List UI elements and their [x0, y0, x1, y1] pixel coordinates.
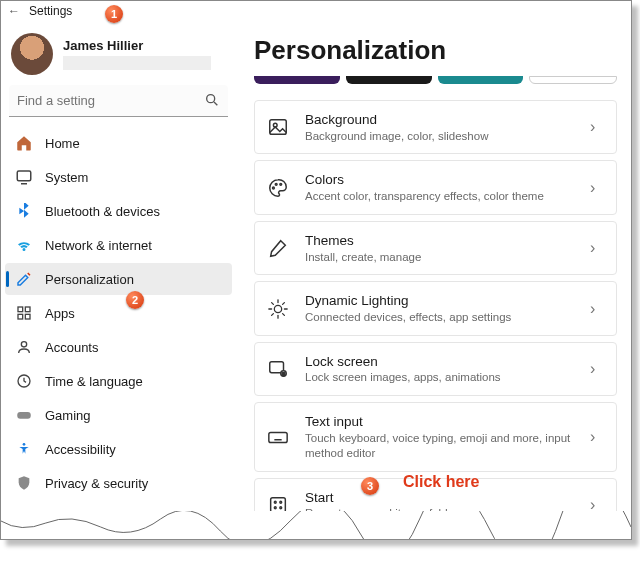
sidebar-item-label: Accounts — [45, 340, 98, 355]
sidebar-item-label: Apps — [45, 306, 75, 321]
card-colors[interactable]: Colors Accent color, transparency effect… — [254, 160, 617, 214]
nav-list: Home System Bluetooth & devices Network … — [5, 127, 232, 533]
svg-rect-10 — [17, 412, 31, 419]
profile-email-redacted — [63, 56, 211, 70]
card-subtitle: Background image, color, slideshow — [305, 129, 574, 144]
svg-rect-7 — [25, 314, 30, 319]
chevron-right-icon: › — [590, 179, 604, 197]
annotation-badge-2: 2 — [126, 291, 144, 309]
svg-point-8 — [21, 342, 26, 347]
svg-point-16 — [280, 183, 282, 185]
sidebar-item-privacy[interactable]: Privacy & security — [5, 467, 232, 499]
svg-point-17 — [274, 305, 281, 312]
card-lock-screen[interactable]: Lock screen Lock screen images, apps, an… — [254, 342, 617, 396]
settings-window: ← Settings James Hillier Home — [0, 0, 632, 540]
system-icon — [15, 168, 33, 186]
clock-globe-icon — [15, 372, 33, 390]
svg-point-37 — [280, 501, 282, 503]
search-icon — [204, 92, 220, 108]
svg-rect-29 — [269, 433, 287, 443]
sidebar-item-time[interactable]: Time & language — [5, 365, 232, 397]
keyboard-icon — [267, 426, 289, 448]
svg-point-38 — [274, 507, 276, 509]
card-dynamic-lighting[interactable]: Dynamic Lighting Connected devices, effe… — [254, 281, 617, 335]
svg-line-24 — [272, 313, 274, 315]
apps-icon — [15, 304, 33, 322]
card-text-input[interactable]: Text input Touch keyboard, voice typing,… — [254, 402, 617, 471]
svg-point-36 — [274, 501, 276, 503]
sidebar-item-home[interactable]: Home — [5, 127, 232, 159]
image-icon — [267, 116, 289, 138]
annotation-badge-1: 1 — [105, 5, 123, 23]
sidebar-item-label: Home — [45, 136, 80, 151]
svg-line-23 — [283, 313, 285, 315]
back-button[interactable]: ← — [7, 4, 21, 18]
card-title: Dynamic Lighting — [305, 292, 574, 310]
search-input[interactable] — [9, 85, 228, 117]
chevron-right-icon: › — [590, 118, 604, 136]
sidebar-item-label: Bluetooth & devices — [45, 204, 160, 219]
svg-rect-5 — [25, 307, 30, 312]
sidebar-item-personalization[interactable]: Personalization — [5, 263, 232, 295]
wifi-icon — [15, 236, 33, 254]
svg-point-0 — [207, 95, 215, 103]
sidebar-item-apps[interactable]: Apps — [5, 297, 232, 329]
gaming-icon — [15, 406, 33, 424]
sidebar-item-gaming[interactable]: Gaming — [5, 399, 232, 431]
card-title: Colors — [305, 171, 574, 189]
card-subtitle: Lock screen images, apps, animations — [305, 370, 574, 385]
sidebar-item-bluetooth[interactable]: Bluetooth & devices — [5, 195, 232, 227]
svg-line-1 — [214, 102, 217, 105]
theme-swatch[interactable] — [438, 76, 524, 84]
lock-screen-icon — [267, 358, 289, 380]
chevron-right-icon: › — [590, 300, 604, 318]
svg-rect-28 — [282, 373, 285, 376]
theme-swatch[interactable] — [254, 76, 340, 84]
svg-line-25 — [283, 302, 285, 304]
sidebar-item-label: Gaming — [45, 408, 91, 423]
card-title: Lock screen — [305, 353, 574, 371]
torn-edge-decoration — [1, 511, 631, 539]
sidebar-item-label: Time & language — [45, 374, 143, 389]
card-subtitle: Connected devices, effects, app settings — [305, 310, 574, 325]
annotation-click-here: Click here — [403, 473, 479, 491]
theme-thumbnail-strip[interactable] — [254, 74, 617, 84]
svg-rect-4 — [18, 307, 23, 312]
theme-swatch[interactable] — [346, 76, 432, 84]
lighting-icon — [267, 298, 289, 320]
card-title: Themes — [305, 232, 574, 250]
palette-icon — [267, 177, 289, 199]
sidebar-item-label: Personalization — [45, 272, 134, 287]
sidebar-item-system[interactable]: System — [5, 161, 232, 193]
settings-card-list: Background Background image, color, slid… — [254, 100, 617, 532]
svg-line-22 — [272, 302, 274, 304]
shield-icon — [15, 474, 33, 492]
sidebar-item-accounts[interactable]: Accounts — [5, 331, 232, 363]
page-title: Personalization — [254, 35, 617, 66]
sidebar-item-label: System — [45, 170, 88, 185]
card-background[interactable]: Background Background image, color, slid… — [254, 100, 617, 154]
search-wrap — [9, 85, 228, 117]
card-subtitle: Accent color, transparency effects, colo… — [305, 189, 574, 204]
card-themes[interactable]: Themes Install, create, manage › — [254, 221, 617, 275]
sidebar-item-accessibility[interactable]: Accessibility — [5, 433, 232, 465]
paintbrush-icon — [15, 270, 33, 288]
svg-point-15 — [275, 183, 277, 185]
card-subtitle: Touch keyboard, voice typing, emoji and … — [305, 431, 574, 461]
card-title: Start — [305, 489, 574, 507]
accessibility-icon — [15, 440, 33, 458]
sidebar-item-network[interactable]: Network & internet — [5, 229, 232, 261]
svg-point-39 — [280, 507, 282, 509]
main-panel: Personalization Background Background im… — [236, 19, 631, 535]
annotation-badge-3: 3 — [361, 477, 379, 495]
theme-swatch[interactable] — [529, 76, 617, 84]
sidebar-item-label: Privacy & security — [45, 476, 148, 491]
svg-point-14 — [273, 187, 275, 189]
home-icon — [15, 134, 33, 152]
window-header: ← Settings — [1, 1, 631, 19]
profile-block[interactable]: James Hillier — [5, 27, 232, 85]
sidebar: James Hillier Home System — [1, 19, 236, 535]
chevron-right-icon: › — [590, 360, 604, 378]
card-title: Text input — [305, 413, 574, 431]
sidebar-item-label: Accessibility — [45, 442, 116, 457]
